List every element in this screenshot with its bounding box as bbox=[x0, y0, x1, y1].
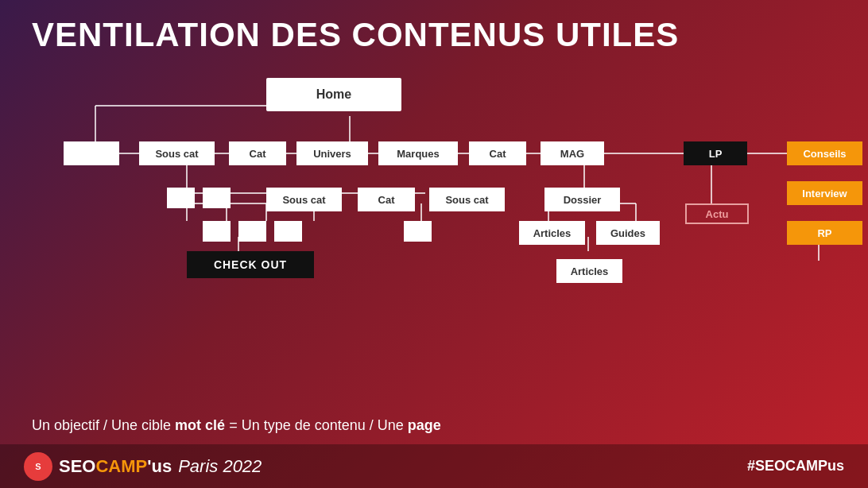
sous-cat-node-2: Sous cat bbox=[266, 188, 342, 211]
empty-node-1 bbox=[64, 141, 119, 165]
sous-cat-node-3: Sous cat bbox=[429, 188, 505, 211]
footer-brand-text: SEOCAMP'us bbox=[59, 456, 172, 477]
cat-node-1: Cat bbox=[229, 141, 286, 165]
cat-node-2: Cat bbox=[469, 141, 526, 165]
brand-us: 'us bbox=[147, 456, 172, 476]
marques-node: Marques bbox=[378, 141, 458, 165]
diagram: Home Sous cat Cat Univers Marques Cat MA… bbox=[32, 70, 836, 340]
home-node: Home bbox=[266, 78, 401, 111]
actu-node: Actu bbox=[685, 203, 749, 224]
footer-city: Paris 2022 bbox=[178, 456, 262, 477]
guides-node: Guides bbox=[596, 221, 660, 245]
conseils-node: Conseils bbox=[787, 141, 862, 165]
univers-node: Univers bbox=[296, 141, 368, 165]
sous-cat-node-1: Sous cat bbox=[139, 141, 215, 165]
footer-brand-area: S SEOCAMP'us Paris 2022 bbox=[24, 452, 262, 481]
bottom-text: Un objectif / Une cible mot clé = Un typ… bbox=[32, 417, 441, 434]
slide: VENTILATION DES CONTENUS UTILES bbox=[0, 0, 868, 488]
footer-hashtag: #SEOCAMPus bbox=[747, 458, 844, 474]
svg-text:S: S bbox=[35, 462, 41, 471]
empty-node-4 bbox=[203, 221, 231, 242]
mag-node: MAG bbox=[541, 141, 604, 165]
page-title: VENTILATION DES CONTENUS UTILES bbox=[32, 16, 836, 54]
rp-node: RP bbox=[787, 221, 862, 245]
dossier-node: Dossier bbox=[544, 188, 620, 211]
brand-camp: CAMP bbox=[95, 456, 147, 476]
footer: S SEOCAMP'us Paris 2022 #SEOCAMPus bbox=[0, 444, 868, 488]
articles-node-1: Articles bbox=[519, 221, 585, 245]
lp-node: LP bbox=[684, 141, 747, 165]
logo-icon: S bbox=[24, 452, 52, 481]
empty-node-2 bbox=[167, 188, 195, 208]
brand-seo: SEO bbox=[59, 456, 95, 476]
empty-node-5 bbox=[238, 221, 266, 242]
interview-node: Interview bbox=[787, 181, 862, 205]
cat-node-3: Cat bbox=[358, 188, 415, 211]
check-out-node: CHECK OUT bbox=[187, 251, 314, 278]
empty-node-3 bbox=[203, 188, 231, 208]
articles-node-2: Articles bbox=[556, 259, 622, 283]
empty-node-7 bbox=[404, 221, 432, 242]
empty-node-6 bbox=[274, 221, 302, 242]
